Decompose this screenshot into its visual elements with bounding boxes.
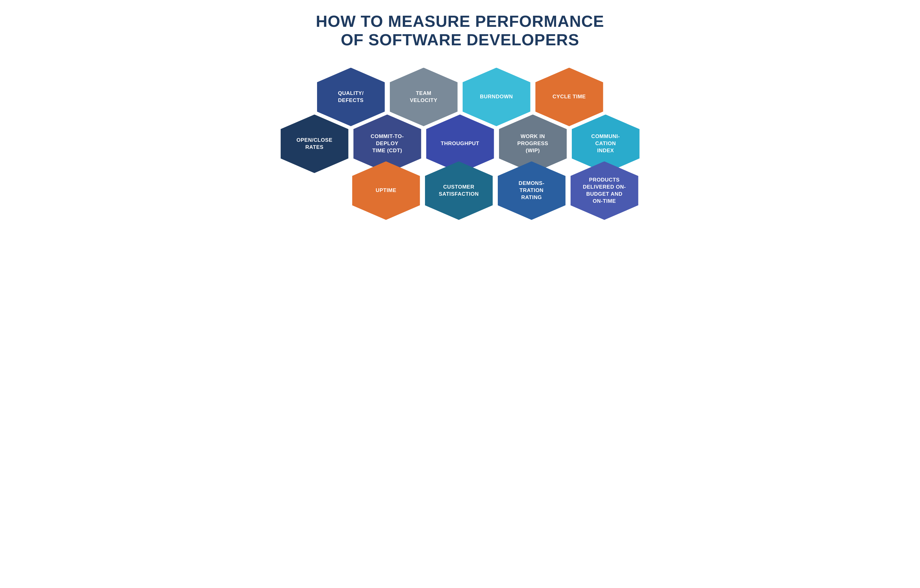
hex-label-commit-to-deploy: COMMIT-TO- DEPLOY TIME (CDT) (365, 133, 410, 154)
hex-label-communication-index: COMMUNI- CATION INDEX (586, 133, 625, 154)
hex-label-quality-defects: QUALITY/ DEFECTS (332, 90, 369, 104)
hex-label-open-close-rates: OPEN/CLOSE RATES (291, 137, 338, 151)
hex-label-demonstration-rating: DEMONS- TRATION RATING (513, 180, 550, 201)
hex-label-uptime: UPTIME (370, 187, 402, 194)
hex-demonstration-rating: DEMONS- TRATION RATING (498, 162, 565, 220)
page-title: HOW TO MEASURE PERFORMANCE OF SOFTWARE D… (316, 12, 604, 49)
hex-grid: QUALITY/ DEFECTSTEAM VELOCITYBURNDOWNCYC… (278, 68, 642, 220)
hex-label-team-velocity: TEAM VELOCITY (404, 90, 443, 104)
hex-uptime: UPTIME (352, 162, 420, 220)
hex-label-throughput: THROUGHPUT (435, 140, 485, 147)
hex-open-close-rates: OPEN/CLOSE RATES (281, 115, 348, 173)
hex-label-cycle-time: CYCLE TIME (547, 94, 591, 100)
hex-customer-satisfaction: CUSTOMER SATISFACTION (425, 162, 493, 220)
hex-row-row3: UPTIMECUSTOMER SATISFACTIONDEMONS- TRATI… (350, 162, 641, 220)
hex-label-burndown: BURNDOWN (475, 94, 518, 100)
hex-products-delivered: PRODUCTS DELIVERED ON- BUDGET AND ON-TIM… (570, 162, 638, 220)
hex-label-customer-satisfaction: CUSTOMER SATISFACTION (433, 184, 484, 198)
hex-label-products-delivered: PRODUCTS DELIVERED ON- BUDGET AND ON-TIM… (577, 176, 632, 205)
hex-label-work-in-progress: WORK IN PROGRESS (WIP) (512, 133, 554, 154)
